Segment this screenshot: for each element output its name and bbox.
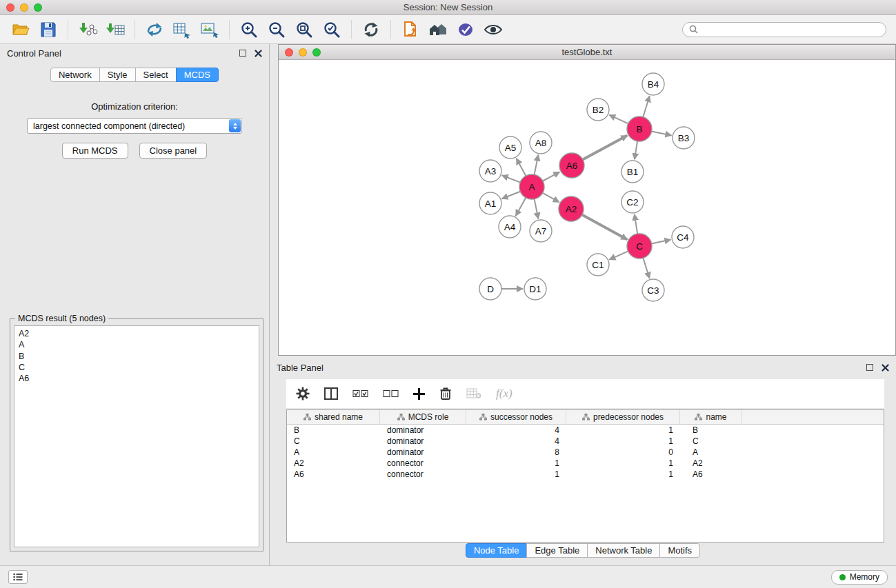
import-table-button[interactable]	[101, 17, 129, 42]
zoom-in-button[interactable]	[235, 17, 263, 42]
table-cell[interactable]: 4	[466, 436, 566, 447]
zoom-selected-button[interactable]	[318, 17, 346, 42]
network-graph[interactable]: AA1A2A3A4A5A6A7A8BB1B2B3B4CC1C2C3C4DD1	[279, 60, 895, 355]
edge-A-A5[interactable]	[517, 159, 526, 176]
result-item[interactable]: C	[19, 362, 255, 373]
table-cell[interactable]: dominator	[380, 447, 466, 458]
table-cell[interactable]: 1	[566, 458, 680, 469]
node-D1[interactable]: D1	[524, 278, 546, 300]
table-row[interactable]: A2connector11A2	[287, 458, 884, 469]
deselect-all-button[interactable]	[383, 389, 399, 398]
edge-A-A3[interactable]	[502, 175, 520, 182]
node-A3[interactable]: A3	[479, 160, 501, 182]
node-A6[interactable]: A6	[559, 153, 584, 178]
edge-C-C2[interactable]	[635, 214, 637, 234]
edge-A6-B[interactable]	[583, 136, 628, 160]
table-cell[interactable]: 1	[566, 469, 680, 480]
tab-node-table[interactable]: Node Table	[466, 543, 528, 558]
table-row[interactable]: Adominator80A	[287, 447, 884, 458]
result-item[interactable]: A6	[19, 373, 255, 384]
node-B2[interactable]: B2	[587, 99, 609, 121]
table-cell[interactable]: B	[287, 425, 380, 436]
result-item[interactable]: A	[19, 339, 255, 350]
tab-select[interactable]: Select	[135, 68, 177, 82]
table-cell[interactable]: A	[680, 447, 742, 458]
import-network-button[interactable]	[74, 17, 101, 42]
task-history-button[interactable]	[8, 570, 28, 584]
node-A4[interactable]: A4	[499, 216, 521, 238]
node-B[interactable]: B	[627, 116, 652, 141]
node-C4[interactable]: C4	[672, 226, 694, 248]
validate-button[interactable]	[452, 17, 479, 42]
node-A1[interactable]: A1	[479, 192, 501, 214]
tab-mcds[interactable]: MCDS	[176, 68, 219, 82]
table-cell[interactable]: 4	[466, 425, 566, 436]
table-row[interactable]: Cdominator41C	[287, 436, 884, 447]
network-window-titlebar[interactable]: testGlobe.txt	[279, 45, 895, 60]
node-B3[interactable]: B3	[673, 127, 695, 149]
edge-A-A4[interactable]	[516, 198, 526, 216]
zoom-fit-button[interactable]	[290, 17, 318, 42]
edge-A-A7[interactable]	[535, 199, 539, 219]
edge-A2-C[interactable]	[582, 215, 628, 240]
open-session-button[interactable]	[7, 17, 34, 42]
node-B4[interactable]: B4	[642, 73, 664, 95]
node-C3[interactable]: C3	[642, 279, 664, 301]
close-panel-button[interactable]: Close panel	[139, 143, 208, 159]
edge-B-B4[interactable]	[643, 96, 649, 117]
node-A8[interactable]: A8	[530, 132, 552, 154]
table-cell[interactable]: 1	[466, 469, 566, 480]
edge-B-B1[interactable]	[635, 141, 637, 159]
node-A5[interactable]: A5	[499, 136, 521, 159]
tab-edge-table[interactable]: Edge Table	[526, 543, 588, 558]
float-panel-button[interactable]	[239, 50, 246, 57]
tab-network-table[interactable]: Network Table	[587, 543, 660, 558]
column-header-predecessor-nodes[interactable]: predecessor nodes	[566, 410, 680, 424]
table-cell[interactable]: 1	[566, 436, 680, 447]
node-D[interactable]: D	[479, 278, 501, 300]
table-cell[interactable]: C	[287, 436, 380, 447]
node-A2[interactable]: A2	[559, 196, 584, 221]
column-header-successor-nodes[interactable]: successor nodes	[466, 410, 566, 424]
export-snapshot-button[interactable]	[397, 17, 424, 42]
result-item[interactable]: B	[19, 351, 255, 362]
function-builder-button[interactable]: f(x)	[496, 387, 512, 401]
table-cell[interactable]: dominator	[380, 436, 466, 447]
node-C1[interactable]: C1	[587, 254, 609, 276]
node-C2[interactable]: C2	[621, 191, 644, 213]
table-row[interactable]: A6connector11A6	[287, 469, 884, 480]
refresh-view-button[interactable]	[357, 17, 385, 42]
tab-style[interactable]: Style	[99, 68, 136, 82]
edge-C-C1[interactable]	[609, 251, 628, 259]
table-cell[interactable]: 8	[466, 447, 566, 458]
show-columns-button[interactable]	[324, 387, 338, 400]
table-cell[interactable]: A6	[287, 469, 380, 480]
edge-A-A2[interactable]	[543, 193, 559, 202]
run-mcds-button[interactable]: Run MCDS	[62, 143, 128, 159]
table-cell[interactable]: A	[287, 447, 380, 458]
network-overview-button[interactable]	[424, 17, 452, 42]
save-session-button[interactable]	[34, 17, 62, 42]
network-canvas[interactable]: AA1A2A3A4A5A6A7A8BB1B2B3B4CC1C2C3C4DD1	[279, 60, 895, 355]
table-cell[interactable]: dominator	[380, 425, 466, 436]
table-cell[interactable]: B	[680, 425, 742, 436]
table-settings-button[interactable]	[296, 387, 310, 401]
column-header-MCDS-role[interactable]: MCDS role	[380, 410, 466, 424]
search-input[interactable]	[702, 25, 879, 34]
edge-C-C3[interactable]	[643, 258, 649, 278]
table-cell[interactable]: connector	[380, 469, 466, 480]
node-A[interactable]: A	[519, 174, 544, 199]
float-table-panel-button[interactable]	[866, 364, 873, 371]
column-header-name[interactable]: name	[680, 410, 742, 424]
tab-motifs[interactable]: Motifs	[659, 543, 700, 558]
memory-button[interactable]: Memory	[831, 570, 888, 585]
criterion-select[interactable]: largest connected component (directed)	[27, 118, 242, 134]
edge-B-B3[interactable]	[652, 132, 672, 136]
edge-C-C4[interactable]	[652, 240, 671, 244]
select-all-button[interactable]	[352, 389, 368, 398]
edge-A-A1[interactable]	[502, 192, 521, 199]
edge-B-B2[interactable]	[609, 115, 628, 124]
edge-A-A6[interactable]	[543, 172, 560, 181]
column-header-shared-name[interactable]: shared name	[287, 410, 380, 424]
edge-A-A8[interactable]	[535, 155, 539, 175]
